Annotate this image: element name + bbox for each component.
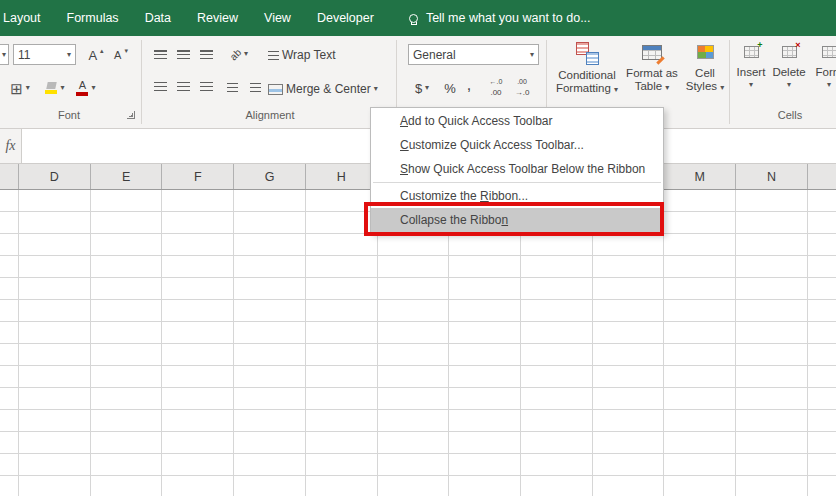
column-header-M[interactable]: M — [664, 164, 736, 189]
column-header-partial[interactable] — [0, 164, 19, 189]
chevron-down-icon: ▾ — [530, 51, 534, 59]
percent-style-button[interactable]: % — [441, 77, 459, 99]
format-cells-button[interactable]: Form ▾ — [809, 40, 836, 89]
tab-data[interactable]: Data — [132, 0, 184, 36]
delete-cells-button[interactable]: × Delete ▾ — [771, 40, 807, 89]
font-color-button[interactable]: A ▾ — [72, 77, 100, 99]
decrease-decimal-button[interactable]: .00 →.0 — [510, 77, 534, 99]
menu-item-1[interactable]: Customize Quick Access Toolbar... — [371, 133, 663, 157]
column-header-F[interactable]: F — [162, 164, 234, 189]
decrease-decimal-icon: .00 — [517, 78, 527, 86]
number-format-value: General — [413, 48, 456, 62]
borders-button[interactable]: ⊞ ▾ — [5, 77, 35, 99]
tab-review[interactable]: Review — [184, 0, 251, 36]
font-size-value: 11 — [18, 48, 30, 62]
font-color-icon: A — [76, 80, 88, 96]
insert-function-button[interactable]: fx — [0, 129, 22, 163]
menu-item-3[interactable]: Customize the Ribbon... — [371, 184, 663, 208]
align-bottom-button[interactable] — [196, 46, 216, 64]
fill-color-button[interactable]: ▾ — [41, 77, 69, 99]
number-format-combo[interactable]: General ▾ — [408, 44, 539, 65]
font-group-label: Font — [0, 109, 138, 121]
column-header-G[interactable]: G — [234, 164, 306, 189]
wrap-text-label: Wrap Text — [282, 48, 336, 62]
delete-cells-icon: × — [782, 46, 797, 58]
group-divider — [729, 40, 730, 124]
sheet-grid[interactable] — [0, 190, 836, 496]
tab-layout[interactable]: Layout — [0, 0, 54, 36]
chevron-down-icon: ▾ — [67, 51, 71, 59]
font-dialog-launcher-icon[interactable] — [127, 111, 135, 119]
fx-icon: fx — [5, 138, 15, 154]
chevron-down-icon: ▾ — [787, 81, 791, 89]
cell-styles-icon — [697, 45, 714, 59]
chevron-down-icon: ▾ — [614, 85, 618, 94]
font-size-combo[interactable]: 11 ▾ — [13, 44, 76, 65]
menu-separator — [373, 182, 661, 183]
excel-window: LayoutFormulasDataReviewViewDeveloper Te… — [0, 0, 836, 496]
grow-font-icon: A — [88, 49, 97, 62]
conditional-formatting-button[interactable]: Conditional Formatting ▾ — [552, 40, 622, 95]
tell-me-label: Tell me what you want to do... — [426, 11, 591, 25]
tab-developer[interactable]: Developer — [304, 0, 387, 36]
align-middle-button[interactable] — [173, 46, 193, 64]
format-cells-icon — [822, 46, 836, 58]
chevron-down-icon: ▾ — [425, 84, 429, 92]
cells-group-label: Cells — [732, 109, 836, 121]
increase-indent-button[interactable] — [245, 78, 265, 96]
insert-cells-button[interactable]: + Insert ▾ — [734, 40, 768, 89]
column-header-partial[interactable] — [808, 164, 836, 189]
chevron-down-icon: ▾ — [827, 81, 831, 89]
increase-decimal-button[interactable]: ←.0 .00 — [484, 77, 508, 99]
borders-icon: ⊞ — [10, 81, 23, 96]
shrink-arrow-icon: ▾ — [124, 47, 128, 54]
align-left-button[interactable] — [150, 78, 170, 96]
grow-arrow-icon: ▴ — [100, 47, 104, 54]
insert-cells-icon: + — [744, 46, 759, 58]
tell-me-box[interactable]: Tell me what you want to do... — [409, 11, 591, 25]
column-header-N[interactable]: N — [736, 164, 808, 189]
increase-decimal-icon: ←.0 — [490, 78, 503, 86]
lightbulb-icon — [409, 14, 418, 23]
align-top-icon — [154, 50, 167, 60]
wrap-text-button[interactable]: Wrap Text — [268, 44, 336, 66]
align-top-button[interactable] — [150, 46, 170, 64]
orientation-icon: ab — [228, 46, 244, 62]
orientation-button[interactable]: ab ▾ — [224, 44, 254, 64]
accounting-format-button[interactable]: $ ▾ — [407, 77, 437, 99]
align-right-icon — [200, 82, 213, 92]
percent-icon: % — [444, 82, 456, 95]
align-right-button[interactable] — [196, 78, 216, 96]
comma-style-button[interactable]: , — [462, 74, 476, 96]
column-header-D[interactable]: D — [19, 164, 91, 189]
ribbon-tabs: LayoutFormulasDataReviewViewDeveloper — [0, 0, 387, 36]
column-header-H[interactable]: H — [306, 164, 378, 189]
menu-item-2[interactable]: Show Quick Access Toolbar Below the Ribb… — [371, 157, 663, 181]
align-middle-icon — [177, 50, 190, 60]
format-as-table-button[interactable]: Format as Table ▾ — [624, 40, 680, 93]
decrease-indent-button[interactable] — [222, 78, 242, 96]
decrease-indent-icon — [227, 83, 238, 92]
column-header-E[interactable]: E — [91, 164, 163, 189]
decrease-font-size-button[interactable]: A ▾ — [110, 45, 132, 65]
conditional-formatting-icon — [576, 42, 599, 65]
align-center-button[interactable] — [173, 78, 193, 96]
ribbon-tab-bar: LayoutFormulasDataReviewViewDeveloper Te… — [0, 0, 836, 36]
increase-font-size-button[interactable]: A ▴ — [84, 45, 108, 65]
menu-item-0[interactable]: Add to Quick Access Toolbar — [371, 109, 663, 133]
cell-styles-button[interactable]: Cell Styles ▾ — [682, 40, 728, 93]
tab-view[interactable]: View — [251, 0, 304, 36]
format-as-table-icon — [642, 45, 662, 60]
align-bottom-icon — [200, 50, 213, 60]
chevron-down-icon: ▾ — [374, 85, 378, 93]
alignment-group-label: Alignment — [145, 109, 395, 121]
menu-item-4[interactable]: Collapse the Ribbon — [371, 208, 663, 232]
chevron-down-icon: ▾ — [60, 84, 64, 92]
merge-center-icon — [268, 84, 283, 95]
chevron-down-icon: ▾ — [26, 84, 30, 92]
chevron-down-icon: ▾ — [665, 83, 669, 92]
font-name-dropdown[interactable]: ▾ — [0, 44, 9, 65]
align-center-icon — [177, 82, 190, 92]
merge-center-button[interactable]: Merge & Center ▾ — [268, 78, 378, 100]
tab-formulas[interactable]: Formulas — [54, 0, 132, 36]
